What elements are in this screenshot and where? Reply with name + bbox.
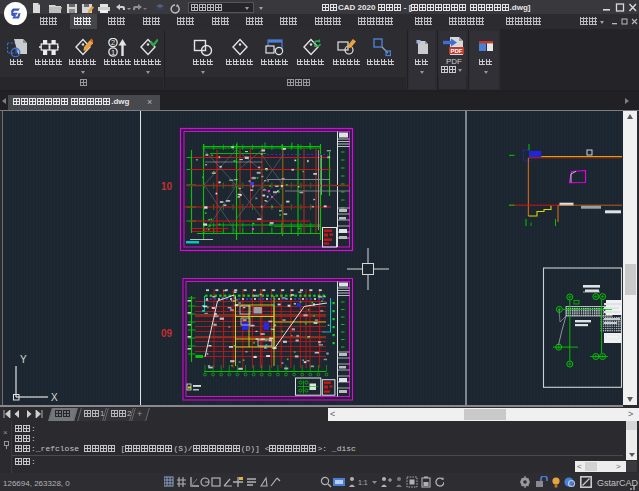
svg-text:09: 09 <box>161 328 173 339</box>
svg-text:X: X <box>51 392 58 403</box>
svg-text:PDF: PDF <box>451 48 463 54</box>
svg-text:2: 2 <box>111 38 115 47</box>
svg-text:1: 1 <box>111 48 115 57</box>
svg-text:10: 10 <box>161 181 173 192</box>
svg-text:Y: Y <box>20 354 27 365</box>
svg-text:1:1: 1:1 <box>358 479 368 486</box>
